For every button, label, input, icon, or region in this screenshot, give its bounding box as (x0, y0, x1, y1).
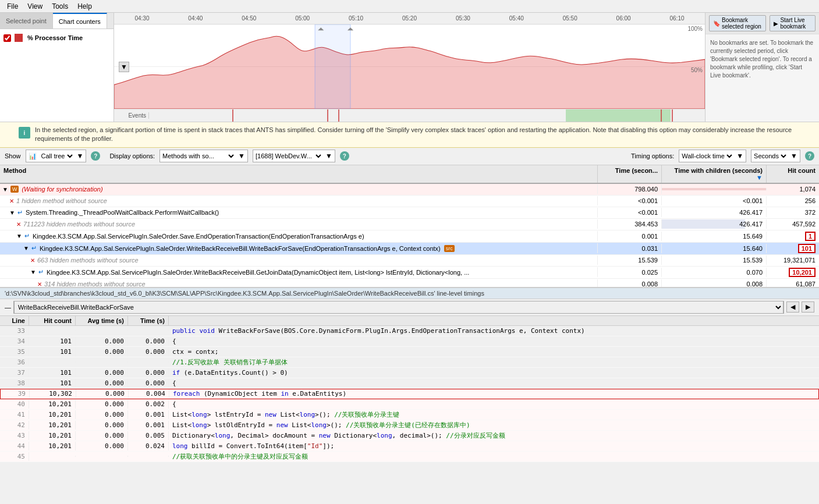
source-nav-bar: — WriteBackReceiveBill.WriteBackForSave … (0, 299, 819, 316)
menu-help[interactable]: Help (73, 1, 97, 12)
col-header-time: Time (secon... (598, 165, 662, 183)
source-panel: 'd:\SVN\k3cloud_std\branches\k3cloud_std… (0, 288, 819, 462)
col-header-time-children: Time with children (seconds) ▼ (662, 165, 767, 183)
source-line: 39 10,302 0.000 0.004 foreach (DynamicOb… (0, 389, 819, 399)
menu-bar: File View Tools Help (0, 0, 819, 13)
call-tree-icon: 📊 (26, 151, 39, 161)
help-circle-3[interactable]: ? (805, 151, 814, 161)
help-circle[interactable]: ? (91, 151, 100, 161)
thread-dropdown-icon[interactable]: ▼ (323, 152, 335, 160)
wall-clock-select[interactable]: Wall-clock time (679, 150, 734, 162)
bookmark-region-label: Bookmark selected region (722, 17, 762, 30)
tab-chart-counters[interactable]: Chart counters (53, 13, 107, 29)
hit-badge: 10,201 (789, 268, 816, 277)
percent-50: 50% (691, 67, 703, 73)
scroll-down-btn[interactable]: ▼ (119, 62, 129, 72)
hit-badge: 101 (798, 244, 816, 253)
source-line: 41 10,201 0.000 0.001 List<long> lstEntr… (0, 410, 819, 420)
svg-rect-3 (315, 24, 350, 109)
col-header-method: Method (0, 165, 598, 183)
calltree-header: Method Time (secon... Time with children… (0, 165, 819, 184)
menu-view[interactable]: View (23, 1, 47, 12)
method-cell: ▼ ↵ Kingdee.K3.SCM.App.Sal.ServicePlugIn… (21, 243, 598, 253)
seconds-select[interactable]: Seconds (751, 150, 788, 162)
table-row[interactable]: ✕ 1 hidden method without source <0.001 … (0, 196, 819, 207)
method-cell: ✕ 1 hidden method without source (7, 196, 598, 205)
expand-icon[interactable]: ▼ (9, 210, 15, 216)
source-line: 42 10,201 0.000 0.001 List<long> lstOldE… (0, 420, 819, 431)
bookmark-region-btn[interactable]: 🔖 Bookmark selected region (709, 15, 766, 31)
expand-icon[interactable]: ▼ (16, 233, 22, 239)
source-cols-header: Line Hit count Avg time (s) Time (s) (0, 316, 819, 326)
help-circle-2[interactable]: ? (340, 151, 349, 161)
function-indicator: — (5, 304, 11, 311)
events-row: Events (114, 109, 705, 122)
display-options-label: Display options: (109, 152, 155, 159)
show-dropdown-icon[interactable]: ▼ (75, 152, 86, 160)
bookmark-icon: 🔖 (713, 20, 720, 27)
menu-tools[interactable]: Tools (47, 1, 73, 12)
seconds-dropdown-icon[interactable]: ▼ (788, 152, 800, 160)
menu-file[interactable]: File (2, 1, 23, 12)
method-cell: ▼ ↵ Kingdee.K3.SCM.App.Sal.ServicePlugIn… (28, 267, 598, 277)
expand-icon[interactable]: ▼ (30, 269, 36, 275)
source-table: 33 public void WriteBackForSave(BOS.Core… (0, 326, 819, 462)
source-line: 45 //获取关联预收单中的分录主键及对应反写金额 (0, 452, 819, 462)
calltree-area: Method Time (secon... Time with children… (0, 165, 819, 288)
thread-select[interactable]: [1688] WebDev.W... (253, 150, 323, 162)
waiting-badge: W (10, 186, 19, 193)
function-select-container[interactable]: WriteBackReceiveBill.WriteBackForSave (13, 301, 784, 314)
method-cell: ▼ ↵ System.Threading._ThreadPoolWaitCall… (7, 208, 598, 218)
function-select[interactable]: WriteBackReceiveBill.WriteBackForSave (14, 301, 783, 314)
info-icon: i (19, 127, 30, 139)
arrow-icon: ↵ (24, 232, 30, 240)
processor-time-chart (114, 24, 705, 109)
expand-icon[interactable]: ▼ (23, 245, 29, 251)
source-path-bar: 'd:\SVN\k3cloud_std\branches\k3cloud_std… (0, 288, 819, 299)
source-line: 34 101 0.000 0.000 { (0, 336, 819, 347)
col-line: Line (0, 316, 29, 325)
table-row[interactable]: ▼ ↵ Kingdee.K3.SCM.App.Sal.ServicePlugIn… (0, 230, 819, 243)
method-cell: ✕ 711223 hidden methods without source (14, 219, 598, 229)
error-icon: ✕ (9, 198, 14, 204)
call-tree-select-container[interactable]: 📊 Call tree ▼ (26, 150, 87, 162)
table-row[interactable]: ▼ ↵ System.Threading._ThreadPoolWaitCall… (0, 207, 819, 219)
nav-next-btn[interactable]: ▶ (802, 301, 814, 313)
source-line: 40 10,201 0.000 0.002 { (0, 399, 819, 410)
live-label: Start Live bookmark (780, 17, 811, 30)
processor-time-checkbox[interactable] (3, 34, 11, 42)
table-row[interactable]: ✕ 711223 hidden methods without source 3… (0, 219, 819, 230)
display-dropdown-icon[interactable]: ▼ (236, 152, 247, 160)
nav-prev-btn[interactable]: ◀ (786, 301, 799, 313)
source-line: 37 101 0.000 0.000 if (e.DataEntitys.Cou… (0, 368, 819, 378)
timeline-axis: 04:30 04:40 04:50 05:00 05:10 05:20 05:3… (114, 13, 705, 24)
table-row[interactable]: ✕ 314 hidden methods without source 0.00… (0, 279, 819, 288)
seconds-container[interactable]: Seconds ▼ (751, 150, 800, 162)
tab-selected-point[interactable]: Selected point (0, 13, 53, 29)
col-header-hits: Hit count (767, 165, 819, 183)
method-cell: ✕ 663 hidden methods without source (28, 255, 598, 265)
display-options-container[interactable]: Methods with so... ▼ (159, 150, 248, 162)
table-row[interactable]: ▼ W (Waiting for synchronization) 798.04… (0, 184, 819, 196)
table-row[interactable]: ▼ ↵ Kingdee.K3.SCM.App.Sal.ServicePlugIn… (0, 267, 819, 279)
start-live-btn[interactable]: ▶ Start Live bookmark (770, 15, 816, 31)
table-row[interactable]: ✕ 663 hidden methods without source 15.5… (0, 255, 819, 267)
info-text: In the selected region, a significant po… (35, 126, 796, 144)
bookmark-hint: No bookmarks are set. To bookmark the cu… (705, 34, 819, 122)
processor-time-label: % Processor Time (27, 34, 83, 41)
table-row[interactable]: ▼ ↵ Kingdee.K3.SCM.App.Sal.ServicePlugIn… (0, 243, 819, 255)
processor-time-row: % Processor Time (0, 29, 114, 47)
toolbar-row: Show 📊 Call tree ▼ ? Display options: Me… (0, 148, 819, 165)
source-line: 35 101 0.000 0.000 ctx = contx; (0, 347, 819, 357)
arrow-icon: ↵ (38, 268, 44, 276)
thread-select-container[interactable]: [1688] WebDev.W... ▼ (253, 150, 335, 162)
wall-clock-container[interactable]: Wall-clock time ▼ (679, 150, 746, 162)
error-icon: ✕ (30, 257, 35, 264)
show-select[interactable]: Call tree (39, 150, 75, 162)
show-label: Show (5, 152, 21, 159)
display-options-select[interactable]: Methods with so... (160, 150, 236, 162)
source-icon: src (444, 245, 455, 252)
source-line: 44 10,201 0.000 0.024 long billId = Conv… (0, 441, 819, 452)
wall-clock-dropdown-icon[interactable]: ▼ (734, 152, 746, 160)
expand-icon[interactable]: ▼ (2, 186, 8, 193)
